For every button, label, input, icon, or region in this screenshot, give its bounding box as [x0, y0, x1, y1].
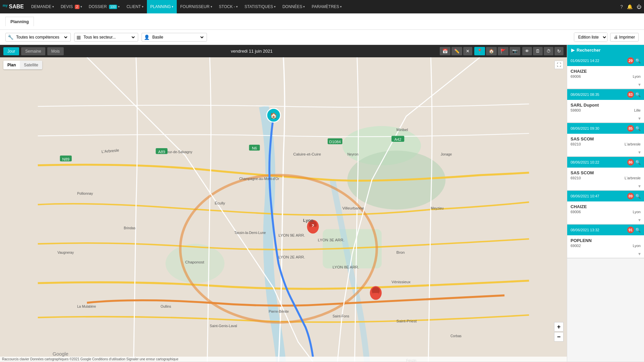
help-icon[interactable]: ? — [620, 4, 623, 9]
search-card-date: 08/06/2021 10:47 — [571, 194, 599, 198]
brand-logo[interactable]: my SABE — [3, 4, 24, 10]
map-attribution-text: Raccourcis clavier Données cartographiqu… — [2, 357, 178, 361]
edition-select[interactable]: Edition liste — [574, 33, 607, 42]
search-card-detail: 69210 L'arbresle — [571, 176, 641, 180]
nav-dropdown-icon: ▾ — [172, 5, 173, 8]
search-card-search-btn[interactable]: 🔍 — [635, 194, 641, 199]
search-card-city: L'arbresle — [625, 176, 641, 180]
svg-text:Villeurbanne: Villeurbanne — [342, 206, 364, 210]
search-card-footer[interactable]: ▾ — [567, 217, 644, 224]
nav-item-dossier[interactable]: DOSSIER100 ▾ — [86, 0, 123, 13]
search-card-header: 08/06/2021 08:35 83 🔍 — [567, 89, 644, 100]
svg-text:LYON 9E ARR.: LYON 9E ARR. — [278, 233, 305, 237]
user-select[interactable]: Basile — [151, 35, 205, 40]
bell-icon[interactable]: 🔔 — [627, 4, 633, 9]
flag-icon-btn[interactable]: 🚩 — [498, 47, 508, 55]
chevron-down-icon[interactable]: ▾ — [638, 116, 641, 121]
navbar: my SABE DEMANDE ▾DEVIS2 ▾DOSSIER100 ▾CLI… — [0, 0, 644, 13]
chevron-down-icon[interactable]: ▾ — [638, 183, 641, 189]
search-card-date: 08/06/2021 10:22 — [571, 160, 599, 164]
refresh-icon-btn[interactable]: ↻ — [554, 47, 564, 55]
close-icon-btn[interactable]: ✕ — [463, 47, 472, 55]
map-container[interactable]: 🏠 2 L'Arbresle Lyon LYON 2E ARR. LYON 3E… — [0, 57, 567, 362]
competences-select[interactable]: Toutes les compétences — [15, 35, 68, 40]
search-card-city: Lyon — [633, 210, 641, 214]
secteur-select-wrap[interactable]: ▦ Tous les secteur... — [74, 33, 138, 42]
planning-tabs: Jour Semaine Mois — [3, 47, 64, 55]
nav-item-client[interactable]: CLIENT ▾ — [123, 0, 147, 13]
svg-text:LYON 3E ARR.: LYON 3E ARR. — [318, 238, 344, 242]
cal2-icon-btn[interactable]: 🗓 — [533, 47, 543, 55]
page-title-tab[interactable]: Planning — [5, 17, 34, 26]
tab-semaine[interactable]: Semaine — [21, 47, 45, 55]
plan-view-btn[interactable]: Plan — [3, 61, 20, 69]
chevron-down-icon[interactable]: ▾ — [638, 217, 641, 223]
power-icon[interactable]: ⏻ — [637, 4, 641, 9]
clock-icon-btn[interactable]: ⏱ — [544, 47, 553, 55]
satellite-view-btn[interactable]: Satellite — [20, 61, 42, 69]
search-card-date: 01/06/2021 14:22 — [571, 59, 599, 63]
svg-text:Saint-Priest: Saint-Priest — [396, 319, 417, 323]
search-card-city: Lyon — [633, 74, 641, 78]
pin-icon-btn[interactable]: 📍 — [474, 47, 485, 55]
user-select-wrap[interactable]: 👤 Basile — [142, 33, 207, 42]
search-card-footer[interactable]: ▾ — [567, 250, 644, 258]
chevron-down-icon[interactable]: ▾ — [638, 82, 641, 87]
nav-item-devis[interactable]: DEVIS2 ▾ — [57, 0, 86, 13]
home-icon-btn[interactable]: 🏠 — [486, 47, 497, 55]
map-zoom-controls: + − — [554, 322, 564, 342]
tab-mois[interactable]: Mois — [47, 47, 64, 55]
secteur-select[interactable]: Tous les secteur... — [82, 35, 136, 40]
svg-text:Champagne-au-Mont-d'Or: Champagne-au-Mont-d'Or — [239, 177, 279, 181]
print-button[interactable]: 🖨 Imprimer — [610, 33, 639, 42]
logo-sabe: SABE — [9, 4, 23, 10]
planning-actions: 📅 ✏️ ✕ 📍 🏠 🚩 📷 👁 🗓 ⏱ ↻ — [440, 47, 564, 55]
nav-item-paramètres[interactable]: PARAMÈTRES ▾ — [308, 0, 345, 13]
search-card-footer[interactable]: ▾ — [567, 149, 644, 156]
search-card-search-btn[interactable]: 🔍 — [635, 228, 641, 233]
svg-text:LYON 2E ARR.: LYON 2E ARR. — [278, 255, 305, 259]
search-card-postal: 69006 — [571, 210, 581, 214]
search-card-date: 08/06/2021 08:35 — [571, 93, 599, 97]
search-card-search-btn[interactable]: 🔍 — [635, 126, 641, 131]
calendar-icon-btn[interactable]: 📅 — [440, 47, 450, 55]
search-card-footer[interactable]: ▾ — [567, 115, 644, 122]
map-background: 🏠 2 L'Arbresle Lyon LYON 2E ARR. LYON 3E… — [0, 57, 567, 362]
nav-item-fournisseur[interactable]: FOURNISSEUR ▾ — [177, 0, 215, 13]
search-card-badge: 85 — [627, 125, 634, 132]
search-card-name: SARL Dupont — [571, 103, 641, 108]
competences-select-wrap[interactable]: 🔧 Toutes les compétences — [5, 33, 71, 42]
tab-jour[interactable]: Jour — [3, 47, 19, 55]
search-card-search-btn[interactable]: 🔍 — [635, 160, 641, 165]
search-card-search-btn[interactable]: 🔍 — [635, 58, 641, 63]
planning-date-center: vendredi 11 juin 2021 — [66, 49, 438, 54]
nav-item-demande[interactable]: DEMANDE ▾ — [28, 0, 57, 13]
search-card-search-btn[interactable]: 🔍 — [635, 92, 641, 97]
svg-text:A42: A42 — [394, 137, 401, 141]
search-card-city: Lille — [634, 108, 641, 112]
chevron-down-icon[interactable]: ▾ — [638, 251, 641, 256]
zoom-in-btn[interactable]: + — [554, 322, 564, 331]
svg-text:Chaponost: Chaponost — [185, 260, 204, 264]
eye-icon-btn[interactable]: 👁 — [522, 47, 532, 55]
fullscreen-btn[interactable]: ⛶ — [554, 61, 564, 69]
nav-item-données[interactable]: DONNÉES ▾ — [279, 0, 308, 13]
search-card-footer[interactable]: ▾ — [567, 183, 644, 190]
print-icon: 🖨 — [614, 35, 618, 40]
search-card-body: POPLENN 69002 Lyon — [567, 235, 644, 250]
nav-dropdown-icon: ▾ — [303, 5, 305, 8]
zoom-out-btn[interactable]: − — [554, 332, 564, 342]
edition-select-wrap[interactable]: Edition liste — [574, 33, 607, 42]
nav-label: PLANNING — [150, 4, 171, 9]
svg-text:Tassin-la-Demi-Lune: Tassin-la-Demi-Lune — [234, 231, 266, 235]
chevron-down-icon[interactable]: ▾ — [638, 149, 641, 155]
svg-text:Google: Google — [53, 351, 68, 357]
nav-label: DOSSIER — [89, 4, 107, 9]
nav-item-planning[interactable]: PLANNING ▾ — [147, 0, 177, 13]
search-card-footer[interactable]: ▾ — [567, 81, 644, 88]
nav-item-stock--[interactable]: STOCK - ▾ — [216, 0, 241, 13]
svg-text:Corbas: Corbas — [450, 334, 462, 338]
camera-icon-btn[interactable]: 📷 — [509, 47, 520, 55]
nav-item-statistiques[interactable]: STATISTIQUES ▾ — [241, 0, 279, 13]
edit-icon-btn[interactable]: ✏️ — [451, 47, 462, 55]
